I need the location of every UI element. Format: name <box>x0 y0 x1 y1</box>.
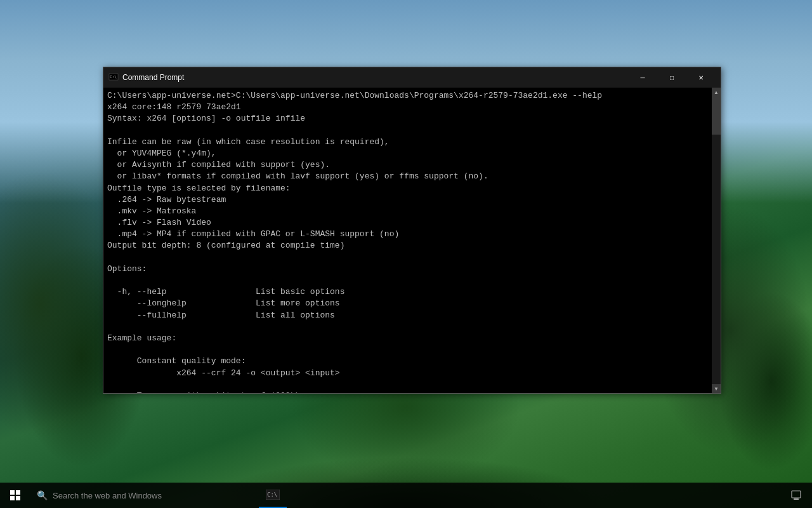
taskbar-right-area <box>780 483 812 508</box>
svg-rect-9 <box>792 491 801 498</box>
cmd-titlebar: C:\ Command Prompt ─ □ ✕ <box>103 67 721 88</box>
cmd-body: C:\Users\app-universe.net>C:\Users\app-u… <box>103 88 721 393</box>
notification-icon <box>791 490 801 500</box>
taskbar-app-cmd[interactable]: C:\ <box>259 483 287 508</box>
svg-rect-10 <box>794 498 799 500</box>
taskbar-search[interactable]: 🔍 Search the web and Windows <box>30 483 259 508</box>
windows-logo-icon <box>10 490 20 500</box>
cmd-scrollbar: ▲ ▼ <box>712 88 721 393</box>
svg-text:C:\: C:\ <box>267 491 277 498</box>
scrollbar-down-arrow[interactable]: ▼ <box>712 384 721 393</box>
minimize-button[interactable]: ─ <box>628 67 657 88</box>
svg-rect-5 <box>10 496 15 500</box>
svg-text:C:\: C:\ <box>110 74 117 79</box>
cmd-window: C:\ Command Prompt ─ □ ✕ C:\Users\app-un… <box>103 67 721 394</box>
svg-rect-3 <box>10 490 15 495</box>
svg-rect-4 <box>16 490 20 495</box>
cmd-content-area[interactable]: C:\Users\app-universe.net>C:\Users\app-u… <box>103 88 712 393</box>
scrollbar-track[interactable] <box>712 97 721 384</box>
taskbar-app-items: C:\ <box>259 483 780 508</box>
scrollbar-thumb[interactable] <box>712 97 721 135</box>
search-icon: 🔍 <box>37 490 48 500</box>
start-button[interactable] <box>0 483 30 508</box>
cmd-app-icon: C:\ <box>266 490 280 500</box>
cmd-title-icon: C:\ <box>108 72 119 83</box>
scrollbar-up-arrow[interactable]: ▲ <box>712 88 721 97</box>
maximize-button[interactable]: □ <box>657 67 686 88</box>
close-button[interactable]: ✕ <box>686 67 716 88</box>
action-center-icon[interactable] <box>787 483 806 508</box>
cmd-title-text: Command Prompt <box>122 73 628 82</box>
search-placeholder-text: Search the web and Windows <box>53 491 162 500</box>
cmd-titlebar-controls: ─ □ ✕ <box>628 67 716 88</box>
taskbar: 🔍 Search the web and Windows C:\ <box>0 483 812 508</box>
svg-rect-6 <box>16 496 20 500</box>
